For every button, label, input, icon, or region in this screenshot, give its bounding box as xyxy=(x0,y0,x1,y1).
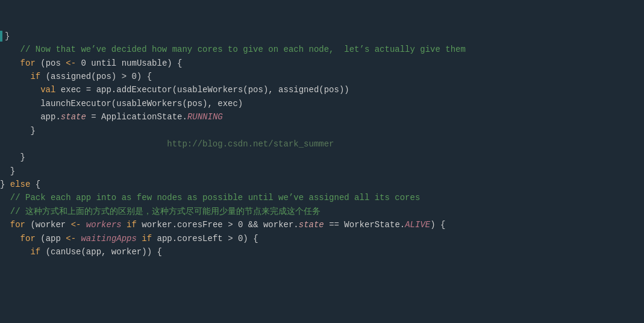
token: exec = app.addExecutor(usableWorkers(pos… xyxy=(55,85,349,95)
code-line: if (assigned(pos) > 0) { xyxy=(0,70,644,83)
code-line: // 这种方式和上面的方式的区别是，这种方式尽可能用少量的节点来完成这个任务 xyxy=(0,205,644,218)
token: RUNNING xyxy=(187,112,223,122)
token: workers xyxy=(86,220,122,230)
token: state xyxy=(61,112,86,122)
line-content: // 这种方式和上面的方式的区别是，这种方式尽可能用少量的节点来完成这个任务 xyxy=(0,205,639,218)
code-line: } xyxy=(0,165,644,178)
token: waitingApps xyxy=(81,234,136,243)
line-content: val exec = app.addExecutor(usableWorkers… xyxy=(0,83,639,96)
code-line: // Pack each app into as few nodes as po… xyxy=(0,191,644,204)
line-content: if (canUse(app, worker)) { xyxy=(0,245,639,259)
token: launchExecutor(usableWorkers(pos), exec) xyxy=(0,99,243,108)
token: if xyxy=(30,72,40,81)
line-content: } xyxy=(0,151,639,164)
line-content: http://blog.csdn.net/stark_summer xyxy=(0,137,639,151)
token: (assigned(pos) > 0) { xyxy=(40,72,152,81)
code-editor: } // Now that we’ve decided how many cor… xyxy=(0,0,644,275)
token: <- xyxy=(66,58,76,68)
token: if xyxy=(142,234,152,243)
token: ) { xyxy=(430,220,445,230)
code-line: for (pos <- 0 until numUsable) { xyxy=(0,57,644,70)
token: val xyxy=(40,85,55,95)
token: state xyxy=(299,220,324,230)
token xyxy=(0,220,10,230)
code-line: val exec = app.addExecutor(usableWorkers… xyxy=(0,83,644,96)
token xyxy=(0,58,20,68)
code-line: } xyxy=(0,30,644,43)
line-content: } xyxy=(0,30,639,43)
token xyxy=(0,72,30,81)
code-line: if (canUse(app, worker)) { xyxy=(0,245,644,259)
token: if xyxy=(127,220,137,230)
line-content: if (assigned(pos) > 0) { xyxy=(0,70,639,83)
token: } xyxy=(0,126,36,136)
token: (app xyxy=(36,234,66,243)
token: // Now that we’ve decided how many cores… xyxy=(0,45,466,54)
token: } xyxy=(0,152,25,162)
token xyxy=(5,180,10,189)
line-content: launchExecutor(usableWorkers(pos), exec) xyxy=(0,97,639,110)
code-line: } xyxy=(0,151,644,164)
line-content: // Pack each app into as few nodes as po… xyxy=(0,191,639,204)
code-line: http://blog.csdn.net/stark_summer xyxy=(0,137,644,151)
token xyxy=(0,139,66,149)
token: app. xyxy=(0,112,61,122)
code-line: app.state = ApplicationState.RUNNING xyxy=(0,110,644,124)
token: http://blog.csdn.net/stark_summer xyxy=(66,139,334,149)
token: 0 until numUsable) { xyxy=(76,58,182,68)
code-line: for (app <- waitingApps if app.coresLeft… xyxy=(0,232,644,245)
token: } xyxy=(5,31,10,41)
token xyxy=(0,247,30,257)
token: if xyxy=(30,247,40,257)
token: for xyxy=(20,234,36,243)
token xyxy=(122,220,127,230)
teal-bar-icon xyxy=(0,31,2,42)
token: (pos xyxy=(36,58,66,68)
token: } xyxy=(0,166,15,176)
code-line: } xyxy=(0,124,644,137)
line-content: for (app <- waitingApps if app.coresLeft… xyxy=(0,232,639,245)
token: for xyxy=(10,220,25,230)
token xyxy=(0,234,20,243)
line-content: // Now that we’ve decided how many cores… xyxy=(0,43,639,56)
token: for xyxy=(20,58,36,68)
token: (canUse(app, worker)) { xyxy=(40,247,162,257)
token xyxy=(0,85,40,95)
line-content: for (pos <- 0 until numUsable) { xyxy=(0,57,639,70)
token: worker.coresFree > 0 && worker. xyxy=(137,220,299,230)
token: ALIVE xyxy=(405,220,430,230)
token: // Pack each app into as few nodes as po… xyxy=(0,193,420,202)
token: { xyxy=(30,180,40,189)
token: // 这种方式和上面的方式的区别是，这种方式尽可能用少量的节点来完成这个任务 xyxy=(0,207,320,216)
line-content: } xyxy=(0,165,639,178)
token xyxy=(81,220,86,230)
code-line: // Now that we’ve decided how many cores… xyxy=(0,43,644,56)
token: <- xyxy=(71,220,81,230)
token: <- xyxy=(66,234,76,243)
token: = ApplicationState. xyxy=(86,112,187,122)
code-line: for (worker <- workers if worker.coresFr… xyxy=(0,218,644,231)
code-line: } else { xyxy=(0,178,644,191)
code-line: launchExecutor(usableWorkers(pos), exec) xyxy=(0,97,644,110)
line-content: } else { xyxy=(0,178,639,191)
token: else xyxy=(10,180,31,189)
line-content: for (worker <- workers if worker.coresFr… xyxy=(0,218,639,231)
token: app.coresLeft > 0) { xyxy=(152,234,258,243)
token: == WorkerState. xyxy=(324,220,405,230)
line-content: } xyxy=(0,124,639,137)
token: (worker xyxy=(25,220,71,230)
line-content: app.state = ApplicationState.RUNNING xyxy=(0,110,639,124)
